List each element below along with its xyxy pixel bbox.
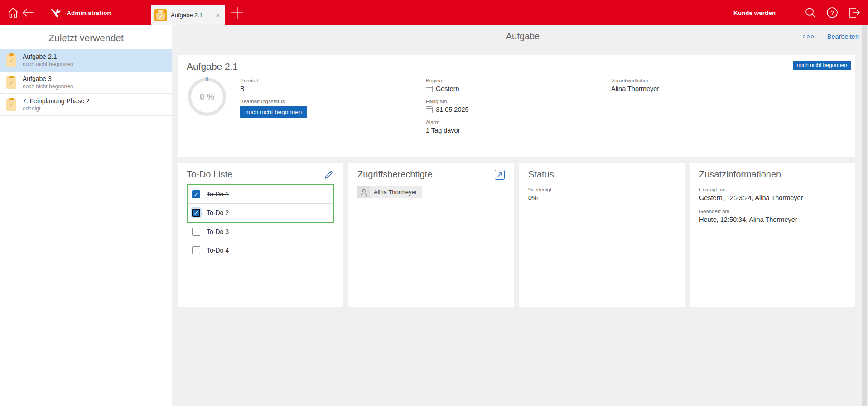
help-button[interactable]: ? [825,5,840,20]
home-icon [7,6,19,19]
beginn-label: Beginn [426,78,611,83]
logout-button[interactable] [846,5,862,20]
calendar-icon[interactable] [426,86,433,92]
sidebar-item-feinplanung[interactable]: 7. Feinplanung Phase 2 erledigt [0,94,172,116]
back-button[interactable] [21,5,36,20]
sidebar-item-title: Aufgabe 3 [23,75,73,82]
search-icon [804,6,817,19]
member-name: Alina Thormeyer [370,189,422,196]
search-button[interactable] [803,5,818,20]
edit-pencil-icon[interactable] [324,170,334,180]
recently-used-sidebar: Zuletzt verwendet Aufgabe 2.1 noch nicht… [0,25,172,406]
checkbox-checked[interactable]: ✓ [192,190,200,198]
topbar-divider [43,7,43,18]
sidebar-item-aufgabe-3[interactable]: Aufgabe 3 noch nicht begonnen [0,72,172,94]
todo-item-4[interactable]: To-Do 4 [188,241,333,259]
sidebar-title: Zuletzt verwendet [0,25,172,49]
sidebar-item-status: noch nicht begonnen [23,61,73,67]
tab-label: Aufgabe 2.1 [171,12,214,19]
task-clipboard-icon [6,54,16,67]
task-title: Aufgabe 2.1 [187,61,846,72]
task-clipboard-icon [6,76,16,89]
todo-item-1[interactable]: ✓ To-Do 1 [188,185,333,203]
info-card-title: Zusatzinformationen [699,169,781,179]
status-card-title: Status [528,169,554,179]
todo-list-card: To-Do Liste ✓ To-Do 1 ✓ To-Do 2 [178,163,343,307]
access-card-title: Zugriffsberechtigte [357,169,432,180]
kunde-werden-link[interactable]: Kunde werden [733,10,776,16]
checkbox-unchecked[interactable] [192,228,200,236]
task-clipboard-icon: ✓ [154,9,167,21]
todo-card-title: To-Do Liste [187,169,232,180]
faellig-am-value: 31.05.2025 [436,106,469,113]
new-tab-button[interactable] [230,5,245,20]
topbar-right: Kunde werden ? [733,0,868,25]
sidebar-item-aufgabe-2-1[interactable]: Aufgabe 2.1 noch nicht begonnen [0,49,172,72]
verantwortlicher-label: Verantwortlicher [611,78,846,83]
back-arrow-icon [22,7,35,18]
todo-completed-group-highlight: ✓ To-Do 1 ✓ To-Do 2 [187,184,334,223]
sidebar-item-title: 7. Feinplanung Phase 2 [23,97,90,105]
main-area: Aufgabe Bearbeiten Aufgabe 2.1 noch nich… [172,25,868,406]
tab-aufgabe-2-1[interactable]: ✓ Aufgabe 2.1 × [151,5,225,25]
alarm-value: 1 Tag davor [426,127,611,134]
faellig-am-label: Fällig am [426,99,611,104]
prioritaet-value: B [240,85,426,92]
sidebar-item-title: Aufgabe 2.1 [23,53,73,60]
todo-item-2[interactable]: ✓ To-Do 2 [188,203,333,222]
todo-item-3[interactable]: To-Do 3 [188,223,333,241]
topbar-left: Administration [0,0,111,25]
modified-at-value: Heute, 12:50:34, Alina Thormeyer [699,216,846,223]
verantwortlicher-value: Alina Thormeyer [611,85,846,92]
progress-value: 0 % [200,92,215,102]
calendar-icon[interactable] [426,106,433,113]
todo-label: To-Do 2 [207,209,229,216]
page-header: Aufgabe Bearbeiten [178,25,868,48]
percent-done-value: 0% [528,194,675,201]
person-icon [360,188,368,196]
external-link-icon [497,172,502,177]
todo-label: To-Do 1 [207,191,229,198]
todo-label: To-Do 3 [207,228,229,235]
administration-button[interactable] [48,5,63,20]
access-rights-card: Zugriffsberechtigte Alina Thormeyer [348,163,514,307]
tab-close-icon[interactable]: × [214,10,222,20]
task-summary-card: Aufgabe 2.1 noch nicht begonnen 0 % Prio… [178,55,855,157]
vertical-scrollbar[interactable] [861,25,868,406]
percent-done-label: % erledigt [528,187,675,192]
overflow-menu-icon[interactable] [801,33,815,40]
help-icon: ? [826,6,839,19]
status-badge: noch nicht begonnen [793,61,851,70]
progress-ring: 0 % [188,78,226,116]
prioritaet-label: Priorität [240,78,426,83]
logout-icon [848,6,860,19]
page-title: Aufgabe [178,31,868,42]
todo-label: To-Do 4 [207,247,229,254]
modified-at-label: Geändert am [699,209,846,214]
checkbox-checked-focused[interactable]: ✓ [192,209,200,217]
edit-link[interactable]: Bearbeiten [827,33,859,40]
beginn-value: Gestern [436,85,459,92]
admin-tools-icon [50,7,61,18]
administration-label: Administration [67,10,111,16]
top-bar: Administration ✓ Aufgabe 2.1 × Kunde wer… [0,0,868,25]
member-chip[interactable]: Alina Thormeyer [357,186,422,198]
bearbeitungsstatus-badge: noch nicht begonnen [240,106,307,118]
created-at-value: Gestern, 12:23:24, Alina Thormeyer [699,194,846,201]
alarm-label: Alarm [426,119,611,125]
sidebar-item-status: noch nicht begonnen [23,83,73,90]
task-clipboard-icon [6,99,16,111]
progress-tick [207,77,208,81]
bearbeitungsstatus-label: Bearbeitungsstatus [240,99,426,104]
svg-text:?: ? [830,10,834,16]
sidebar-item-status: erledigt [23,105,90,112]
open-external-button[interactable] [495,170,505,180]
additional-info-card: Zusatzinformationen Erzeugt am Gestern, … [690,163,855,307]
checkbox-unchecked[interactable] [192,246,200,254]
scrollbar-thumb[interactable] [862,25,867,406]
status-card: Status % erledigt 0% [519,163,685,307]
home-button[interactable] [5,5,21,20]
created-at-label: Erzeugt am [699,187,846,192]
